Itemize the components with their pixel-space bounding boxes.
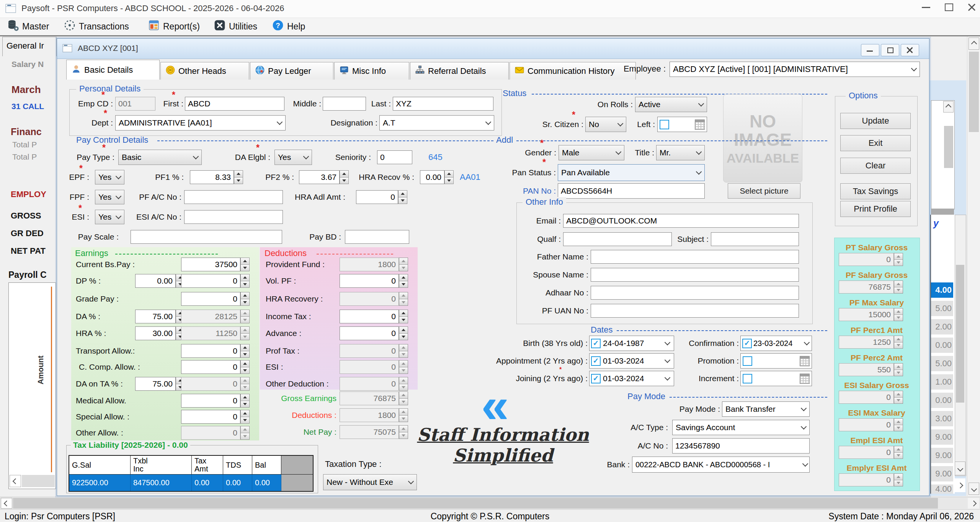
hra-adl-field[interactable]: 0 (356, 190, 398, 204)
esi-ac-no-field[interactable] (184, 210, 283, 224)
confirmation-checkbox[interactable]: ✓ (742, 339, 752, 348)
first-name-field[interactable]: ABCD (185, 97, 284, 111)
hra-adl-spinner[interactable] (398, 190, 407, 204)
ac-no-field[interactable]: 1234567890 (672, 438, 810, 453)
taxation-type-combobox[interactable]: New - Without Exe (323, 474, 417, 490)
current-bspay-spinner[interactable] (240, 258, 250, 271)
bg-hscroll-track[interactable] (22, 475, 55, 487)
bg-right-scroll-thumb[interactable] (944, 126, 953, 168)
pf-ac-no-field[interactable] (184, 190, 283, 204)
pf2-spinner[interactable] (340, 170, 349, 184)
pan-status-combobox[interactable]: Pan Available (558, 164, 705, 181)
main-vscroll-track[interactable] (967, 36, 980, 496)
pf-uan-no-field[interactable] (591, 304, 799, 318)
tab-misc-info[interactable]: Misc Info (334, 62, 409, 80)
special-field[interactable]: 0 (181, 410, 240, 424)
transport-field[interactable]: 0 (181, 344, 240, 358)
vol-pf-field[interactable]: 0 (340, 274, 399, 288)
hra-pct-field[interactable]: 30.00 (135, 326, 176, 340)
birth-checkbox[interactable]: ✓ (591, 339, 601, 348)
calendar-icon[interactable] (800, 374, 810, 384)
bg-grid-scroll-down-button[interactable] (955, 462, 965, 475)
advance-field[interactable]: 0 (340, 326, 399, 340)
bg-grid-row[interactable]: 9.00 (931, 466, 953, 481)
main-vscroll-thumb[interactable] (969, 52, 979, 132)
income-tax-field[interactable]: 0 (340, 310, 399, 323)
pf2-field[interactable]: 3.67 (299, 170, 340, 184)
close-window-button[interactable] (968, 3, 975, 11)
emp-cd-field[interactable]: 001 (115, 97, 155, 111)
email-field[interactable]: ABCD@OUTLOOK.COM (563, 214, 799, 228)
dialog-minimize-button[interactable] (861, 44, 879, 56)
calendar-icon[interactable] (695, 119, 705, 130)
update-button[interactable]: Update (840, 113, 911, 129)
dept-combobox[interactable]: ADMINISTRATIVE [AA01] (115, 115, 286, 130)
select-picture-button[interactable]: Select picture (728, 183, 800, 199)
joining-date-field[interactable]: ✓ 01-03-2024 (589, 371, 674, 386)
bg-grid-row[interactable]: 9.00 (931, 429, 953, 445)
bg-grid-row[interactable]: 4.00 (931, 484, 953, 494)
main-hscroll-thumb[interactable] (13, 498, 938, 509)
ccomp-field[interactable]: 0 (181, 360, 240, 374)
current-bspay-field[interactable]: 37500 (181, 258, 240, 271)
epf-combobox[interactable]: Yes (95, 170, 124, 184)
last-name-field[interactable]: XYZ (393, 97, 493, 111)
middle-name-field[interactable] (323, 97, 366, 111)
pay-mode-combobox[interactable]: Bank Transfer (722, 401, 810, 417)
dialog-restore-button[interactable] (881, 44, 899, 56)
ccomp-spinner[interactable] (240, 360, 250, 374)
adhaar-no-field[interactable] (591, 286, 799, 300)
print-profile-button[interactable]: Print Profile (840, 201, 911, 217)
appointment-date-field[interactable]: ✓ 01-03-2024 (589, 353, 674, 369)
bg-grid-row[interactable]: 5.00 (931, 301, 953, 316)
left-checkbox[interactable] (660, 120, 669, 129)
hra-recov-spinner[interactable] (444, 170, 454, 184)
tab-referral-details[interactable]: Referral Details (410, 62, 509, 80)
increment-date-field[interactable] (740, 371, 812, 386)
appointment-checkbox[interactable]: ✓ (591, 356, 601, 366)
menu-help[interactable]: ? Help (272, 19, 305, 34)
main-hscroll-track[interactable] (0, 497, 980, 509)
confirmation-date-field[interactable]: ✓ 23-03-2024 (740, 336, 812, 351)
dp-amt-field[interactable]: 0 (181, 274, 240, 288)
pf1-field[interactable]: 8.33 (190, 170, 234, 184)
hra-recov-field[interactable]: 0.00 (420, 170, 444, 184)
promotion-date-field[interactable] (740, 353, 812, 369)
qualf-field[interactable] (563, 232, 672, 246)
bg-grid-row[interactable]: 0.00 (931, 393, 953, 408)
clear-button[interactable]: Clear (840, 158, 911, 174)
tab-other-heads[interactable]: Other Heads (160, 62, 249, 80)
income-tax-spinner[interactable] (399, 310, 408, 323)
medical-field[interactable]: 0 (181, 394, 240, 408)
bg-grid-row[interactable]: 2.00 (931, 319, 953, 334)
menu-master[interactable]: Master (7, 19, 49, 34)
esi-combobox[interactable]: Yes (95, 210, 124, 224)
da-pct-field[interactable]: 75.00 (135, 310, 176, 323)
calendar-icon[interactable] (800, 356, 810, 366)
bg-hscroll-left-button[interactable] (10, 475, 21, 487)
designation-combobox[interactable]: A.T (379, 115, 494, 130)
special-spinner[interactable] (240, 410, 250, 424)
employee-combobox[interactable]: ABCD XYZ [Active] [ [001] [ADMINISTRATIV… (670, 62, 920, 77)
grade-pay-spinner[interactable] (240, 292, 250, 306)
da-on-ta-pct-field[interactable]: 75.00 (135, 377, 176, 391)
fpf-combobox[interactable]: Yes (95, 190, 124, 204)
bg-grid-row[interactable]: 5.00 (931, 356, 953, 371)
on-rolls-combobox[interactable]: Active (635, 97, 707, 112)
background-tab-general-information[interactable]: General Ir (2, 37, 57, 56)
dialog-close-button[interactable] (901, 44, 919, 56)
dp-pct-field[interactable]: 0.00 (135, 274, 176, 288)
tab-pay-ledger[interactable]: Pay Ledger (250, 62, 333, 80)
bg-grid-row[interactable]: 9.00 (931, 448, 953, 463)
spouse-name-field[interactable] (591, 268, 799, 282)
grade-pay-field[interactable]: 0 (181, 292, 240, 306)
left-date-field[interactable] (657, 117, 707, 132)
birth-date-field[interactable]: ✓ 24-04-1987 (589, 336, 674, 351)
ac-type-combobox[interactable]: Savings Account (672, 420, 810, 435)
title-combobox[interactable]: Mr. (656, 145, 705, 160)
promotion-checkbox[interactable] (743, 356, 752, 366)
father-name-field[interactable] (591, 250, 799, 264)
bg-grid-vscroll-track[interactable] (955, 215, 966, 476)
medical-spinner[interactable] (240, 394, 250, 408)
exit-button[interactable]: Exit (840, 135, 911, 151)
